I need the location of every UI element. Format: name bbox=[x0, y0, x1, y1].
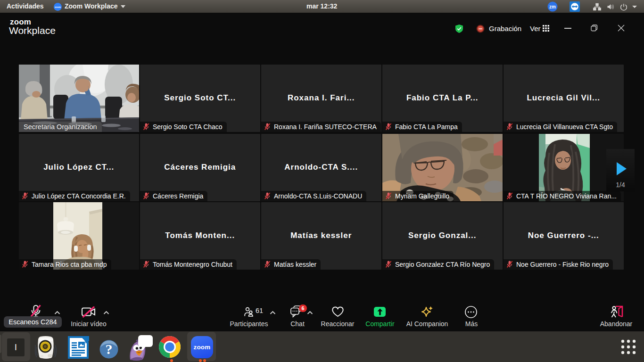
svg-text:zm: zm bbox=[549, 4, 556, 9]
svg-text:zoom: zoom bbox=[55, 6, 61, 8]
svg-text:?: ? bbox=[106, 341, 113, 357]
